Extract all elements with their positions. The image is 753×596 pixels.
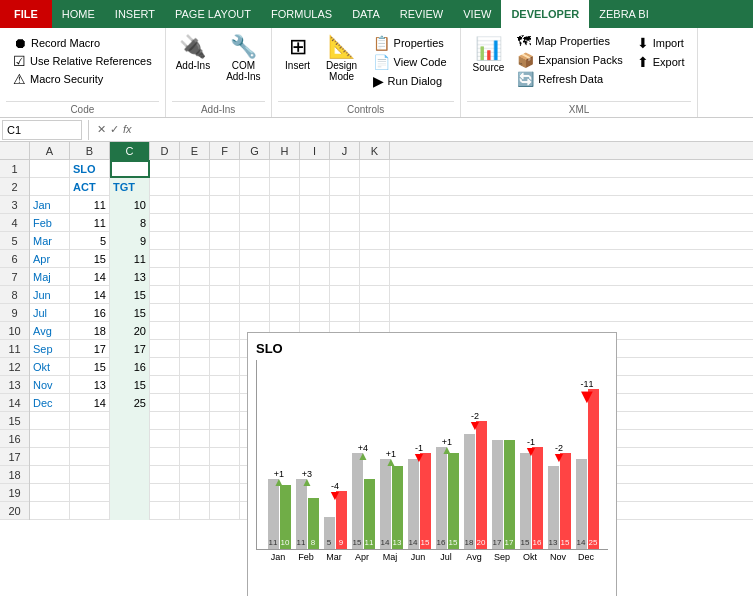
cell-D11[interactable] [150,340,180,358]
cell-C2[interactable]: TGT [110,178,150,196]
cell-J7[interactable] [330,268,360,286]
cell-C6[interactable]: 11 [110,250,150,268]
cell-B1[interactable]: SLO [70,160,110,178]
cell-A2[interactable] [30,178,70,196]
row-num-9[interactable]: 9 [0,304,29,322]
cell-B12[interactable]: 15 [70,358,110,376]
cell-B16[interactable] [70,430,110,448]
cell-A5[interactable]: Mar [30,232,70,250]
cell-G9[interactable] [240,304,270,322]
cell-A15[interactable] [30,412,70,430]
cell-D19[interactable] [150,484,180,502]
run-dialog-button[interactable]: ▶ Run Dialog [370,72,450,90]
tab-page-layout[interactable]: PAGE LAYOUT [165,0,261,28]
cell-A3[interactable]: Jan [30,196,70,214]
cell-D16[interactable] [150,430,180,448]
cell-B9[interactable]: 16 [70,304,110,322]
expansion-packs-button[interactable]: 📦 Expansion Packs [514,51,625,69]
cell-E13[interactable] [180,376,210,394]
cell-C11[interactable]: 17 [110,340,150,358]
row-num-12[interactable]: 12 [0,358,29,376]
cell-C16[interactable] [110,430,150,448]
col-header-f[interactable]: F [210,142,240,160]
cell-G1[interactable] [240,160,270,178]
cell-A12[interactable]: Okt [30,358,70,376]
cell-E14[interactable] [180,394,210,412]
row-num-17[interactable]: 17 [0,448,29,466]
cell-H5[interactable] [270,232,300,250]
col-header-i[interactable]: I [300,142,330,160]
cell-J8[interactable] [330,286,360,304]
cell-K4[interactable] [360,214,390,232]
col-header-j[interactable]: J [330,142,360,160]
macro-security-button[interactable]: ⚠ Macro Security [10,70,155,88]
cell-I5[interactable] [300,232,330,250]
cell-B6[interactable]: 15 [70,250,110,268]
cell-J3[interactable] [330,196,360,214]
cell-J2[interactable] [330,178,360,196]
col-header-b[interactable]: B [70,142,110,160]
cell-H6[interactable] [270,250,300,268]
cell-I6[interactable] [300,250,330,268]
cell-F13[interactable] [210,376,240,394]
import-button[interactable]: ⬇ Import [634,34,688,52]
cell-F19[interactable] [210,484,240,502]
cell-D3[interactable] [150,196,180,214]
cell-C18[interactable] [110,466,150,484]
cell-E7[interactable] [180,268,210,286]
design-mode-button[interactable]: 📐 Design Mode [322,32,362,84]
col-header-a[interactable]: A [30,142,70,160]
cell-C1[interactable] [110,160,150,178]
cell-C5[interactable]: 9 [110,232,150,250]
cell-F6[interactable] [210,250,240,268]
cell-E11[interactable] [180,340,210,358]
cell-F12[interactable] [210,358,240,376]
insert-control-button[interactable]: ⊞ Insert [278,32,318,73]
tab-formulas[interactable]: FORMULAS [261,0,342,28]
cell-A6[interactable]: Apr [30,250,70,268]
view-code-button[interactable]: 📄 View Code [370,53,450,71]
row-num-2[interactable]: 2 [0,178,29,196]
cell-B2[interactable]: ACT [70,178,110,196]
cell-A4[interactable]: Feb [30,214,70,232]
cell-E2[interactable] [180,178,210,196]
cell-D10[interactable] [150,322,180,340]
tab-developer[interactable]: DEVELOPER [501,0,589,28]
cell-E20[interactable] [180,502,210,520]
cell-B20[interactable] [70,502,110,520]
cell-A9[interactable]: Jul [30,304,70,322]
cell-F9[interactable] [210,304,240,322]
cell-E9[interactable] [180,304,210,322]
tab-zebra-bi[interactable]: ZEBRA BI [589,0,659,28]
row-num-4[interactable]: 4 [0,214,29,232]
cell-H2[interactable] [270,178,300,196]
cell-J6[interactable] [330,250,360,268]
cell-E16[interactable] [180,430,210,448]
cell-B5[interactable]: 5 [70,232,110,250]
cell-I4[interactable] [300,214,330,232]
col-header-g[interactable]: G [240,142,270,160]
cell-D6[interactable] [150,250,180,268]
cell-I8[interactable] [300,286,330,304]
cell-H1[interactable] [270,160,300,178]
cell-C7[interactable]: 13 [110,268,150,286]
cell-A20[interactable] [30,502,70,520]
cell-F17[interactable] [210,448,240,466]
cell-E18[interactable] [180,466,210,484]
formula-input[interactable] [136,124,753,136]
cell-C17[interactable] [110,448,150,466]
cell-H8[interactable] [270,286,300,304]
cell-B7[interactable]: 14 [70,268,110,286]
use-relative-button[interactable]: ☑ Use Relative References [10,52,155,70]
row-num-14[interactable]: 14 [0,394,29,412]
map-properties-button[interactable]: 🗺 Map Properties [514,32,625,50]
cell-B18[interactable] [70,466,110,484]
source-button[interactable]: 📊 Source [467,32,511,77]
cell-C9[interactable]: 15 [110,304,150,322]
row-num-3[interactable]: 3 [0,196,29,214]
cell-B17[interactable] [70,448,110,466]
cell-K1[interactable] [360,160,390,178]
col-header-d[interactable]: D [150,142,180,160]
row-num-1[interactable]: 1 [0,160,29,178]
cell-G7[interactable] [240,268,270,286]
